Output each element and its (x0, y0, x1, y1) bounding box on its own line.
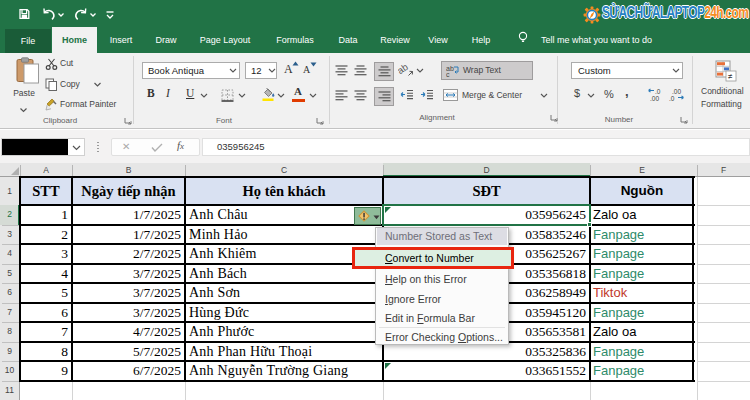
svg-text:.00: .00 (650, 95, 659, 102)
svg-text:ab: ab (398, 62, 410, 76)
svg-text:c: c (446, 71, 450, 77)
svg-text:.0: .0 (669, 95, 675, 102)
svg-text:.00: .00 (672, 88, 681, 95)
svg-text:.0: .0 (655, 88, 661, 95)
svg-text:≠: ≠ (728, 72, 733, 81)
